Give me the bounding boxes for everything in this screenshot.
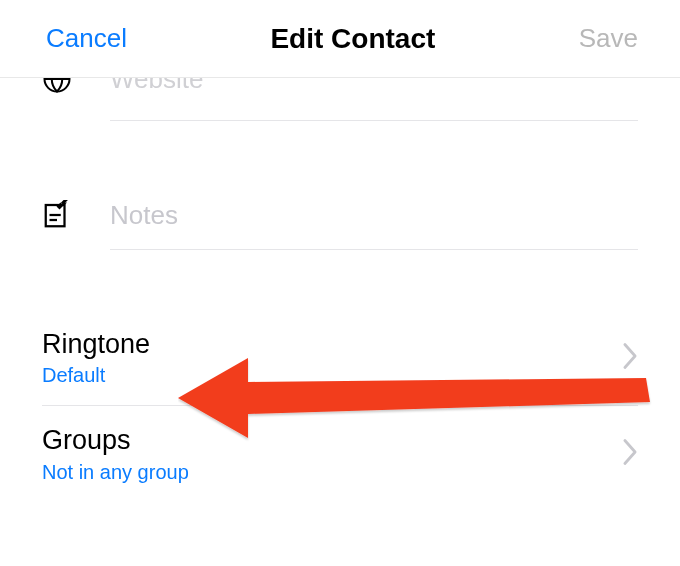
website-input[interactable]: [110, 78, 680, 95]
chevron-right-icon: [622, 438, 638, 470]
header-bar: Cancel Edit Contact Save: [0, 0, 680, 78]
groups-value: Not in any group: [42, 461, 622, 484]
ringtone-value: Default: [42, 364, 622, 387]
notes-row: [0, 181, 680, 249]
notes-icon: [42, 200, 110, 230]
notes-input[interactable]: [110, 200, 680, 231]
page-title: Edit Contact: [270, 23, 435, 55]
globe-icon: [42, 78, 110, 94]
content-area: Ringtone Default Groups Not in any group: [0, 78, 680, 502]
groups-row[interactable]: Groups Not in any group: [0, 406, 680, 501]
ringtone-title: Ringtone: [42, 328, 622, 360]
svg-point-0: [45, 78, 70, 92]
website-row: [0, 78, 680, 120]
ringtone-row[interactable]: Ringtone Default: [0, 310, 680, 405]
chevron-right-icon: [622, 342, 638, 374]
cancel-button[interactable]: Cancel: [46, 23, 127, 54]
groups-title: Groups: [42, 424, 622, 456]
save-button[interactable]: Save: [579, 23, 638, 54]
